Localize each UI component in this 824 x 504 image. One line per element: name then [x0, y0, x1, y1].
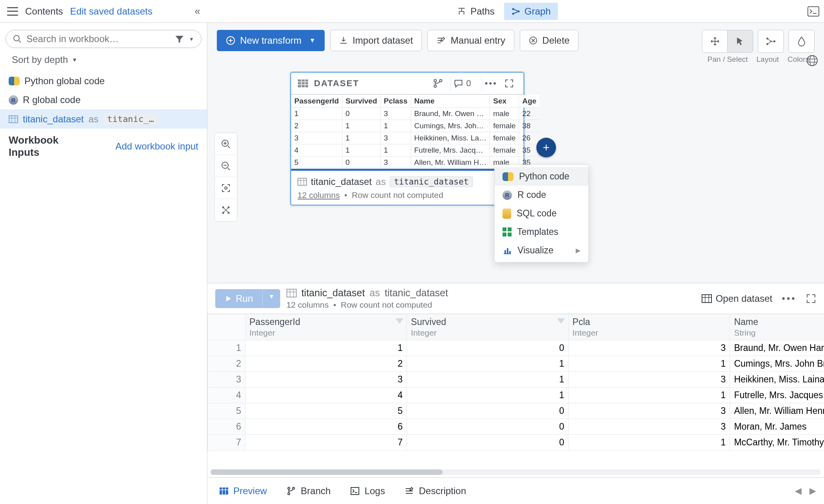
manual-entry-button[interactable]: Manual entry	[427, 30, 514, 51]
data-grid: PassengerIdInteger SurvivedInteger PclaI…	[207, 314, 824, 450]
new-transform-button[interactable]: New transform ▼	[217, 30, 325, 51]
svg-point-34	[807, 55, 817, 66]
console-icon[interactable]	[807, 6, 819, 17]
svg-point-10	[774, 41, 776, 42]
popover-item-sql[interactable]: SQL code	[495, 204, 588, 223]
description-icon	[405, 487, 414, 495]
svg-rect-23	[298, 178, 307, 185]
filter-caret-icon[interactable]: ▼	[189, 36, 194, 42]
layout-label: Layout	[756, 55, 779, 64]
menu-icon[interactable]	[7, 7, 18, 16]
chevron-down-icon: ▼	[72, 57, 78, 63]
delete-label: Delete	[542, 35, 569, 46]
branch-icon[interactable]	[433, 78, 443, 89]
expand-icon[interactable]	[504, 79, 514, 88]
svg-point-32	[288, 493, 290, 495]
tab-preview[interactable]: Preview	[215, 482, 271, 500]
run-caret-button[interactable]: ▼	[262, 289, 280, 308]
python-icon	[9, 77, 20, 85]
col-passengerid[interactable]: PassengerIdInteger	[245, 314, 407, 340]
preview-panel: Run ▼ titanic_dataset as titanic_dataset…	[207, 283, 824, 504]
comments-button[interactable]: 0	[450, 77, 474, 90]
top-bar: Contents Edit saved datasets « Paths Gra…	[0, 0, 824, 23]
table-icon	[297, 178, 307, 186]
search-input-container[interactable]: ▼	[6, 30, 201, 48]
r-icon: R	[9, 95, 18, 105]
workbook-inputs-heading: WorkbookInputs	[9, 134, 59, 159]
python-global-label: Python global code	[24, 76, 105, 87]
zoom-in-button[interactable]	[215, 133, 237, 155]
titanic-as: as	[89, 114, 98, 125]
sidebar-item-r-global[interactable]: R R global code	[0, 90, 207, 109]
contents-label[interactable]: Contents	[25, 6, 63, 17]
prev-icon[interactable]: ◀	[795, 486, 802, 496]
add-workbook-input-link[interactable]: Add workbook input	[115, 141, 198, 152]
filter-icon[interactable]	[395, 318, 403, 326]
node-columns-link[interactable]: 12 columns	[297, 190, 340, 199]
h-scroll-thumb[interactable]	[211, 469, 443, 475]
svg-rect-24	[504, 250, 506, 253]
connections-button[interactable]	[215, 199, 237, 221]
add-node-fab[interactable]: +	[536, 138, 556, 157]
table-icon	[286, 289, 297, 297]
popover-item-python[interactable]: Python code	[495, 167, 588, 186]
paths-icon	[457, 7, 466, 16]
preview-as: as	[370, 287, 380, 299]
canvas: New transform ▼ Import dataset Manual en…	[207, 23, 824, 504]
filter-icon[interactable]	[175, 35, 184, 43]
tab-paths[interactable]: Paths	[450, 3, 501, 20]
r-global-label: R global code	[23, 94, 81, 105]
more-icon[interactable]: •••	[782, 293, 796, 304]
python-icon	[503, 172, 514, 181]
popover-item-templates[interactable]: Templates	[495, 223, 588, 241]
sidebar-item-python-global[interactable]: Python global code	[0, 72, 207, 90]
popover-item-visualize[interactable]: Visualize ▶	[495, 241, 588, 260]
tab-logs[interactable]: Logs	[346, 482, 389, 500]
sort-button[interactable]: Sort by depth ▼	[0, 50, 207, 69]
zoom-out-button[interactable]	[215, 155, 237, 177]
titanic-alias: titanic_…	[103, 113, 158, 125]
col-name[interactable]: NameString	[730, 314, 824, 340]
node-rowcount: Row count not computed	[352, 190, 443, 199]
table-row: 2211Cumings, Mrs. John Bradleyfemale	[208, 356, 824, 372]
dataset-node[interactable]: DATASET 0 •••	[290, 72, 525, 206]
expand-icon[interactable]	[806, 294, 816, 304]
pan-button[interactable]	[702, 30, 728, 52]
h-scrollbar[interactable]	[211, 469, 821, 475]
run-button[interactable]: Run	[215, 289, 262, 308]
colors-button[interactable]	[789, 30, 814, 52]
open-dataset-button[interactable]: Open dataset	[702, 293, 772, 304]
tab-paths-label: Paths	[470, 6, 494, 17]
more-icon[interactable]: •••	[485, 78, 497, 89]
preview-alias: titanic_dataset	[385, 287, 448, 299]
tab-description[interactable]: Description	[401, 482, 470, 500]
sidebar-item-titanic-dataset[interactable]: titanic_dataset as titanic_…	[0, 109, 207, 129]
svg-point-14	[225, 187, 227, 189]
popover-item-r[interactable]: R R code	[495, 186, 588, 204]
delete-button[interactable]: Delete	[520, 30, 578, 51]
tree: Python global code R R global code titan…	[0, 69, 207, 129]
tab-branch[interactable]: Branch	[283, 482, 334, 500]
toolbar-right: Pan / Select Layout Colors	[702, 30, 815, 64]
next-icon[interactable]: ▶	[809, 486, 816, 496]
select-button[interactable]	[728, 30, 753, 52]
svg-point-22	[434, 85, 436, 87]
tab-graph-label: Graph	[525, 6, 551, 17]
col-survived[interactable]: SurvivedInteger	[407, 314, 569, 340]
import-label: Import dataset	[353, 35, 413, 46]
col-pclass[interactable]: PclaInteger	[568, 314, 730, 340]
svg-point-35	[810, 55, 815, 66]
data-grid-scroll[interactable]: PassengerIdInteger SurvivedInteger PclaI…	[207, 314, 824, 477]
branch-icon	[286, 486, 296, 496]
search-input[interactable]	[26, 33, 170, 44]
filter-icon[interactable]	[557, 318, 565, 326]
fit-button[interactable]	[215, 177, 237, 199]
layout-group	[758, 30, 784, 53]
plus-circle-icon	[226, 36, 235, 45]
tab-graph[interactable]: Graph	[504, 3, 558, 20]
globe-icon[interactable]	[806, 54, 818, 67]
import-dataset-button[interactable]: Import dataset	[330, 30, 422, 51]
collapse-sidebar-icon[interactable]: «	[195, 5, 200, 17]
edit-saved-datasets-link[interactable]: Edit saved datasets	[70, 6, 152, 17]
layout-button[interactable]	[758, 30, 783, 52]
